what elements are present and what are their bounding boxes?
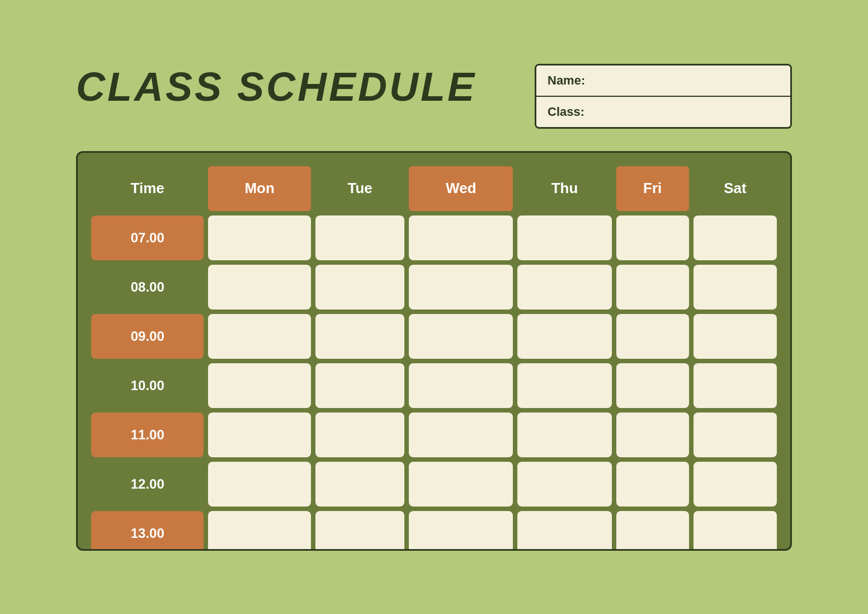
header-tue: Tue: [315, 166, 404, 211]
cell-thu-0900[interactable]: [517, 314, 611, 359]
cell-sat-1100[interactable]: [694, 413, 777, 457]
header-time: Time: [91, 166, 204, 211]
name-label: Name:: [548, 73, 585, 87]
cell-sat-1200[interactable]: [694, 462, 777, 507]
cell-fri-0800[interactable]: [616, 265, 689, 310]
cell-sat-0800[interactable]: [694, 265, 777, 310]
cell-thu-0700[interactable]: [517, 215, 611, 260]
cell-mon-0800[interactable]: [208, 265, 310, 310]
header-mon: Mon: [208, 166, 310, 211]
schedule-table: Time Mon Tue Wed Thu Fri Sat 07.00: [87, 162, 781, 551]
cell-mon-1000[interactable]: [208, 363, 310, 408]
header-sat: Sat: [694, 166, 777, 211]
page: CLASS SCHEDULE Name: Class: Time Mon Tue…: [43, 41, 825, 573]
cell-fri-1000[interactable]: [616, 363, 689, 408]
header-fri: Fri: [616, 166, 689, 211]
cell-mon-1200[interactable]: [208, 462, 310, 507]
time-1000: 10.00: [91, 363, 204, 408]
cell-tue-0700[interactable]: [315, 215, 404, 260]
info-box: Name: Class:: [535, 64, 792, 129]
cell-thu-1300[interactable]: [517, 511, 611, 551]
cell-thu-1200[interactable]: [517, 462, 611, 507]
table-row: 12.00: [91, 462, 777, 507]
cell-fri-0900[interactable]: [616, 314, 689, 359]
cell-fri-1100[interactable]: [616, 413, 689, 457]
cell-sat-0900[interactable]: [694, 314, 777, 359]
table-row: 08.00: [91, 265, 777, 310]
cell-wed-0700[interactable]: [409, 215, 513, 260]
cell-mon-1100[interactable]: [208, 413, 310, 457]
table-row: 07.00: [91, 215, 777, 260]
header-wed: Wed: [409, 166, 513, 211]
cell-wed-0800[interactable]: [409, 265, 513, 310]
cell-thu-0800[interactable]: [517, 265, 611, 310]
schedule-container: Time Mon Tue Wed Thu Fri Sat 07.00: [76, 151, 792, 551]
cell-mon-0700[interactable]: [208, 215, 310, 260]
cell-mon-1300[interactable]: [208, 511, 310, 551]
cell-tue-0900[interactable]: [315, 314, 404, 359]
time-0900: 09.00: [91, 314, 204, 359]
cell-fri-1300[interactable]: [616, 511, 689, 551]
cell-wed-1100[interactable]: [409, 413, 513, 457]
table-row: 09.00: [91, 314, 777, 359]
header-thu: Thu: [517, 166, 611, 211]
name-row: Name:: [536, 65, 790, 97]
header: CLASS SCHEDULE Name: Class:: [76, 64, 792, 129]
cell-sat-1000[interactable]: [694, 363, 777, 408]
cell-tue-0800[interactable]: [315, 265, 404, 310]
time-1100: 11.00: [91, 413, 204, 457]
cell-thu-1000[interactable]: [517, 363, 611, 408]
cell-fri-1200[interactable]: [616, 462, 689, 507]
time-1300: 13.00: [91, 511, 204, 551]
cell-mon-0900[interactable]: [208, 314, 310, 359]
cell-thu-1100[interactable]: [517, 413, 611, 457]
cell-tue-1300[interactable]: [315, 511, 404, 551]
class-row: Class:: [536, 97, 790, 127]
table-row: 11.00: [91, 413, 777, 457]
cell-tue-1000[interactable]: [315, 363, 404, 408]
table-row: 10.00: [91, 363, 777, 408]
time-1200: 12.00: [91, 462, 204, 507]
cell-sat-0700[interactable]: [694, 215, 777, 260]
table-row: 13.00: [91, 511, 777, 551]
cell-wed-1300[interactable]: [409, 511, 513, 551]
time-0800: 08.00: [91, 265, 204, 310]
page-title: CLASS SCHEDULE: [76, 64, 477, 110]
cell-sat-1300[interactable]: [694, 511, 777, 551]
time-0700: 07.00: [91, 215, 204, 260]
header-row: Time Mon Tue Wed Thu Fri Sat: [91, 166, 777, 211]
class-label: Class:: [548, 105, 584, 119]
cell-wed-0900[interactable]: [409, 314, 513, 359]
cell-wed-1200[interactable]: [409, 462, 513, 507]
cell-tue-1200[interactable]: [315, 462, 404, 507]
cell-fri-0700[interactable]: [616, 215, 689, 260]
cell-wed-1000[interactable]: [409, 363, 513, 408]
cell-tue-1100[interactable]: [315, 413, 404, 457]
